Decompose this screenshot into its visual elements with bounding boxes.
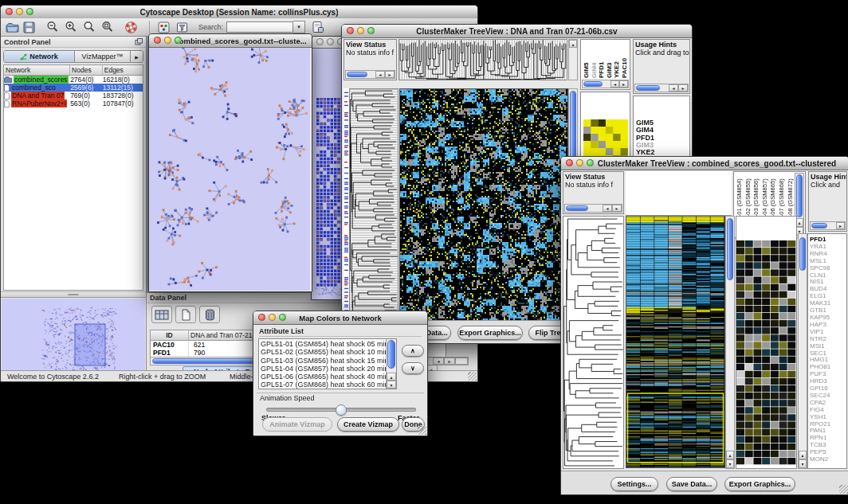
column-label[interactable]: GIM5: [583, 41, 591, 78]
main-titlebar[interactable]: Cytoscape Desktop (Session Name: collins…: [1, 6, 477, 19]
row-id: PAC10: [151, 341, 189, 349]
save-icon[interactable]: [23, 21, 35, 33]
export-graphics-button[interactable]: Export Graphics...: [457, 326, 523, 340]
gene-list-vscrollbar[interactable]: ▴ ▾: [798, 233, 807, 469]
close-button[interactable]: [316, 38, 324, 45]
column-dendrogram-panel[interactable]: [398, 39, 567, 80]
help-lifesaver-icon[interactable]: [124, 21, 138, 34]
tab-overflow-arrow[interactable]: ▶: [131, 51, 143, 62]
column-label[interactable]: YKE2: [613, 41, 621, 78]
row-dendrogram-panel[interactable]: [349, 88, 398, 319]
minimize-button[interactable]: [16, 8, 23, 15]
gene-label[interactable]: MON2: [810, 456, 846, 463]
column-labels-hscrollbar[interactable]: ◂ ▸: [582, 80, 629, 88]
attribute-list-item[interactable]: GPL51-02 (GSM855) heat shock 10 min: [259, 348, 386, 356]
minimize-button[interactable]: [327, 38, 334, 45]
network-titlebar[interactable]: combined_scores_good.txt--cluste...: [149, 34, 312, 48]
zoom-out-icon[interactable]: [46, 21, 60, 33]
usage-hints-hscrollbar[interactable]: ◂ ▸: [634, 84, 689, 92]
search-input[interactable]: [226, 21, 293, 33]
minimize-button[interactable]: [164, 37, 171, 44]
col-header-edges[interactable]: Edges: [103, 65, 143, 76]
tab-network[interactable]: Network: [4, 51, 75, 62]
heatmap-main[interactable]: [626, 216, 725, 468]
attribute-listbox[interactable]: GPL51-01 (GSM854) heat shock 05 minGPL51…: [258, 338, 397, 389]
search-dropdown-arrow[interactable]: ▾: [293, 21, 305, 33]
network-table-row[interactable]: RNAPuberNov2+I563(0)107847(0): [4, 100, 143, 107]
panel-divider[interactable]: [1, 291, 146, 298]
filter-icon[interactable]: [176, 21, 189, 33]
scroll-right-arrow[interactable]: ▸: [444, 357, 455, 365]
zoom-button[interactable]: [175, 37, 182, 44]
attribute-list-item[interactable]: GPL51-07 (GSM868) heat shock 60 min: [259, 381, 386, 389]
zoom-button[interactable]: [26, 8, 33, 15]
network-table-row[interactable]: combined_scores2764(0)16218(0): [4, 76, 143, 84]
open-folder-icon[interactable]: [6, 21, 19, 33]
attribute-list-item[interactable]: GPL51-04 (GSM857) heat shock 20 min: [259, 365, 386, 373]
column-label[interactable]: GIM3: [606, 41, 614, 78]
resize-grip[interactable]: [839, 485, 848, 494]
treeview2-vscrollbar[interactable]: ▴ ▾: [725, 216, 735, 469]
column-label[interactable]: PAC10: [621, 41, 629, 78]
network-table-row[interactable]: combined_sco2569(6)13112(15): [4, 84, 143, 92]
attribute-browser-icon[interactable]: [312, 21, 324, 33]
close-button[interactable]: [154, 37, 161, 44]
select-attributes-icon[interactable]: [151, 306, 172, 323]
column-label[interactable]: GIM4: [591, 41, 599, 78]
tab-vizmapper[interactable]: VizMapper™: [75, 51, 131, 62]
settings-button[interactable]: Settings...: [610, 477, 658, 491]
close-button[interactable]: [347, 27, 354, 34]
close-button[interactable]: [566, 159, 573, 166]
network-view-1[interactable]: [149, 48, 310, 291]
view-status-hscrollbar[interactable]: ◂ ▸: [564, 204, 622, 213]
create-vizmap-button[interactable]: Create Vizmap: [337, 417, 399, 432]
slider-thumb[interactable]: [336, 404, 347, 416]
minimize-button[interactable]: [357, 27, 364, 34]
export-graphics-button[interactable]: Export Graphics...: [724, 477, 795, 491]
resize-grip[interactable]: [418, 426, 426, 435]
network-table-row[interactable]: DNA and Tran 07769(0)183728(0): [4, 92, 143, 100]
animate-vizmap-button[interactable]: Animate Vizmap: [262, 417, 332, 432]
vizmapper-icon[interactable]: [158, 21, 171, 33]
treeview1-titlebar[interactable]: ClusterMaker TreeView : DNA and Tran 07-…: [342, 25, 692, 38]
move-down-button[interactable]: ∨: [402, 362, 424, 374]
heatmap-main[interactable]: [399, 88, 568, 321]
usage-hints-hscrollbar[interactable]: ▸: [810, 221, 846, 230]
zoom-button[interactable]: [279, 314, 286, 321]
minimize-button[interactable]: [269, 314, 276, 321]
folder-icon: [4, 76, 12, 83]
attribute-list-item[interactable]: GPL51-06 (GSM865) heat shock 40 min: [259, 373, 386, 381]
attribute-list-vscrollbar[interactable]: ▴ ▾: [386, 339, 396, 389]
treeview1-top-vscroll[interactable]: ▴: [568, 39, 578, 80]
col-header-nodes[interactable]: Nodes: [70, 65, 103, 76]
row-dendrogram-panel[interactable]: [563, 216, 624, 469]
float-panel-icon[interactable]: [135, 38, 143, 45]
move-up-button[interactable]: ∧: [402, 345, 424, 357]
zoom-button[interactable]: [367, 27, 375, 34]
new-attribute-icon[interactable]: [175, 306, 196, 323]
delete-attribute-icon[interactable]: [199, 306, 220, 323]
dialog-titlebar[interactable]: Map Colors to Network: [253, 311, 427, 325]
attribute-list-item[interactable]: GPL51-01 (GSM854) heat shock 05 min: [259, 340, 386, 348]
zoom-selected-icon[interactable]: [101, 21, 115, 33]
animation-speed-slider[interactable]: [266, 408, 416, 412]
heatmap-zoom[interactable]: [736, 240, 796, 465]
resize-grip[interactable]: [468, 372, 477, 381]
zoom-in-icon[interactable]: [65, 21, 78, 33]
view-status-hscrollbar[interactable]: ◂ ▸: [345, 70, 395, 79]
minimize-button[interactable]: [576, 159, 583, 166]
close-button[interactable]: [258, 314, 265, 321]
zoom-fit-icon[interactable]: [83, 21, 96, 33]
data-col-id[interactable]: ID: [151, 330, 189, 341]
treeview2-titlebar[interactable]: ClusterMaker TreeView : combined_scores_…: [561, 157, 848, 170]
col-header-network[interactable]: Network: [4, 65, 70, 76]
zoom-button[interactable]: [587, 159, 594, 166]
column-label[interactable]: PFD1: [598, 41, 606, 78]
close-button[interactable]: [6, 8, 13, 15]
scroll-left-arrow[interactable]: ◂: [433, 357, 444, 365]
save-data-button[interactable]: Save Data...: [666, 477, 717, 491]
birdseye-view[interactable]: [2, 299, 145, 378]
scrollbar-thumb[interactable]: [799, 237, 806, 271]
attribute-list-item[interactable]: GPL51-03 (GSM856) heat shock 15 min: [259, 357, 386, 365]
scrollbar-thumb[interactable]: [727, 218, 733, 280]
